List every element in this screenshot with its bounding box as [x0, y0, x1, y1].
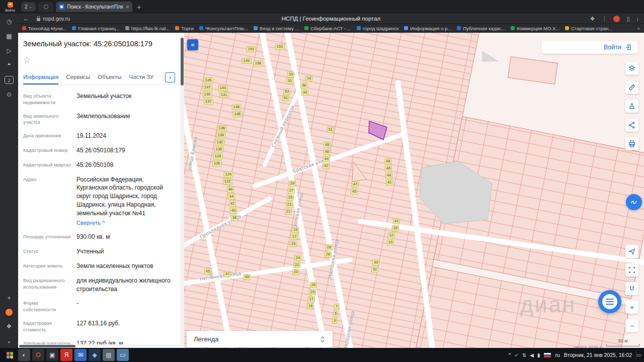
collapse-panel-icon[interactable]: « — [187, 39, 198, 50]
panel-tab[interactable]: Информация — [23, 72, 58, 84]
taskbar-search-icon[interactable]: ◐ — [18, 349, 30, 361]
taskbar-app-icon-3[interactable]: ▤ — [103, 349, 115, 361]
profile-avatar[interactable] — [613, 16, 620, 22]
parcel-number-label: 12 — [388, 232, 395, 238]
field-label: Вид объекта недвижимости — [23, 92, 71, 106]
tab-group-chip[interactable]: 2 ⌄ — [21, 2, 36, 12]
keyboard-layout-flag[interactable] — [544, 353, 551, 357]
parcel-number-label: 36 — [300, 82, 307, 88]
locate-me-icon[interactable] — [625, 245, 638, 258]
hidden-icons-arrow[interactable]: ^ — [509, 352, 511, 358]
collapse-address-link[interactable]: Свернуть ^ — [76, 219, 105, 227]
share-tool-icon[interactable] — [625, 119, 638, 132]
bookmarks-overflow-icon[interactable]: » — [637, 26, 640, 31]
bookmark-item[interactable]: Коммерция МО.Х... — [511, 26, 559, 31]
parcel-number-label: 42 — [386, 179, 393, 186]
taskbar-app-icon-1[interactable]: ▣ — [46, 349, 58, 361]
windows-logo-icon — [7, 352, 13, 358]
bookmark-item[interactable]: Торги — [175, 26, 193, 31]
measure-tool-icon[interactable] — [625, 81, 638, 94]
tab-close-icon[interactable]: ✕ — [126, 5, 130, 10]
screen: ➜ Войти 2 ⌄ Поиск - КонсультантПлю ✕ + ◷… — [0, 0, 644, 362]
bookmark-item[interactable]: Вход в систему ... — [254, 26, 299, 31]
bookmark-label: Стартовая стран... — [571, 26, 612, 31]
bookmark-item[interactable]: https://fias-lk.nal... — [125, 26, 170, 31]
panel-tab[interactable]: Объекты — [98, 72, 121, 84]
bookmark-favicon — [357, 26, 361, 30]
battery-icon[interactable]: ▮ — [537, 352, 540, 358]
scrollbar-thumb[interactable] — [19, 345, 75, 347]
volume-icon[interactable]: ◀ — [530, 352, 534, 358]
bookmark-label: город Шадринск — [363, 26, 398, 31]
active-tab[interactable]: Поиск - КонсультантПлю ✕ — [56, 2, 132, 12]
media-icon[interactable]: ▷ — [5, 47, 14, 55]
taskbar-yandex-browser-icon[interactable]: Я — [60, 349, 72, 361]
support-chat-button[interactable] — [598, 290, 621, 313]
field-label: Площадь уточненная — [23, 233, 71, 241]
map-login-button[interactable]: Войти — [541, 41, 638, 54]
zoom-out-icon[interactable]: − — [625, 319, 638, 332]
tabs-panel-icon[interactable]: ▦ — [5, 32, 14, 40]
screenshot-icon[interactable]: ⊙ — [5, 90, 14, 99]
parcel-number-label: 47 — [224, 271, 231, 277]
zoom-in-icon[interactable]: + — [625, 301, 638, 314]
history-icon[interactable]: ◷ — [5, 18, 14, 26]
browser-side-strip-bottom: +❖⌄ — [5, 294, 14, 345]
magnet-tool-icon[interactable] — [625, 282, 638, 295]
back-icon[interactable]: ← — [23, 15, 29, 22]
messenger-icon[interactable]: ❝ — [5, 61, 14, 69]
layers-tool-icon[interactable] — [625, 62, 638, 75]
collapse-strip-icon[interactable]: ⌄ — [5, 337, 14, 345]
extensions-icon[interactable]: ❖ — [590, 16, 595, 22]
bookmark-item[interactable]: ТехноКад-Муни... — [22, 26, 66, 31]
panel-tab[interactable]: Сервисы — [66, 72, 90, 84]
bookmark-item[interactable]: Публичная кадас... — [457, 26, 505, 31]
map-area[interactable]: улица БажоваСнежный переулокБратская ули… — [184, 33, 644, 348]
parcel-number-label: 124 — [224, 171, 233, 177]
browser-menu-icon[interactable]: ⋮ — [601, 16, 607, 22]
taskbar-clock[interactable]: Вторник, 21 янв 2025, 16:02 — [564, 352, 632, 358]
print-tool-icon[interactable] — [625, 137, 638, 150]
notes-count-badge[interactable]: 2 — [5, 76, 14, 84]
extensions-icon[interactable]: ❖ — [5, 322, 14, 330]
taskbar-app-icon-2[interactable]: ◆ — [89, 349, 101, 361]
bookmark-item[interactable]: Сбербанк-АСТ - ... — [304, 26, 351, 31]
start-button[interactable] — [3, 349, 16, 361]
favorite-star-icon[interactable]: ☆ — [23, 55, 33, 65]
panel-vertical-scrollbar[interactable] — [180, 33, 184, 348]
language-indicator[interactable]: ru — [555, 352, 559, 358]
nearby-objects-tool-icon[interactable] — [625, 100, 638, 113]
bookmark-item[interactable]: Главная страниц... — [72, 26, 119, 31]
taskbar-explorer-icon[interactable]: ▭ — [117, 349, 129, 361]
feedback-sketch-button[interactable] — [626, 194, 642, 210]
parcel-number-label: 148 — [232, 104, 242, 110]
bookmark-favicon — [404, 26, 408, 30]
network-icon[interactable]: ⇅ — [522, 352, 526, 358]
extent-frame-icon[interactable] — [625, 263, 638, 277]
tabs-scroll-next-icon[interactable]: › — [165, 72, 175, 82]
bookmark-item[interactable]: *КонсультантПлю... — [199, 26, 248, 31]
antivirus-icon[interactable]: ✔ — [514, 352, 518, 358]
parcel-number-label: 3 — [332, 318, 337, 324]
taskbar-mail-icon[interactable]: ✉ — [74, 349, 87, 361]
legend-bar[interactable]: Легенда — [187, 331, 333, 347]
add-panel-icon[interactable]: + — [5, 294, 14, 302]
side-panel-icon[interactable]: ▯ — [626, 16, 629, 22]
parcel-number-label: 136 — [217, 125, 227, 131]
notification-panel-icon[interactable]: ▭ — [636, 350, 641, 359]
taskbar-opera-icon[interactable]: О — [32, 349, 44, 361]
bookmark-item[interactable]: Информация о р... — [404, 26, 451, 31]
panel-horizontal-scrollbar[interactable] — [18, 344, 180, 348]
bookmark-item[interactable]: город Шадринск — [357, 26, 398, 31]
browser-profile-signin[interactable]: ➜ Войти — [2, 2, 19, 12]
yandex-services-icon[interactable] — [6, 309, 13, 316]
panel-tab[interactable]: Части ЗУ — [129, 72, 154, 84]
new-tab-button[interactable]: + — [135, 3, 143, 11]
bookmark-item[interactable]: Стартовая стран... — [565, 26, 612, 31]
scrollbar-thumb[interactable] — [181, 38, 184, 85]
field-value: - — [76, 299, 78, 313]
pinned-tab[interactable] — [38, 2, 53, 12]
downloads-icon[interactable]: ↓ — [636, 16, 639, 22]
tab-title: Поиск - КонсультантПлю — [67, 4, 123, 10]
address-bar[interactable]: nspd.gov.ru — [36, 16, 70, 22]
